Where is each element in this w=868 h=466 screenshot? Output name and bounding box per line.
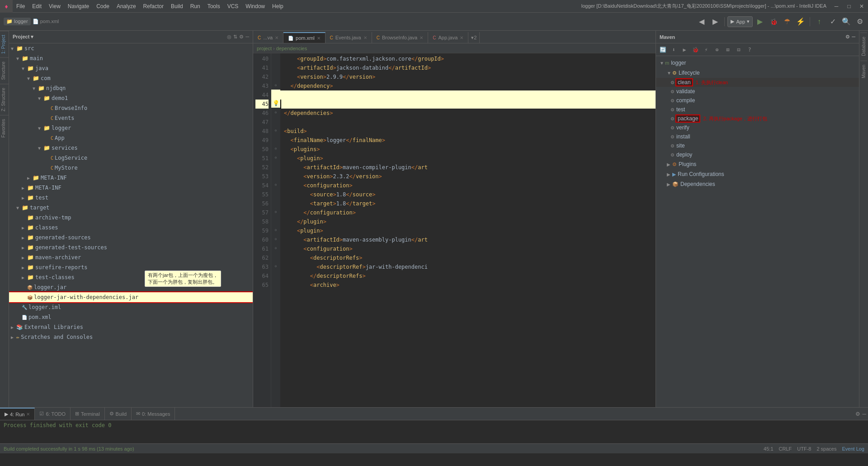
status-indent[interactable]: 2 spaces <box>816 446 836 452</box>
tree-generated-sources[interactable]: ▶📁generated-sources <box>9 233 253 243</box>
tree-scratches[interactable]: ▶✏️Scratches and Consoles <box>9 332 253 342</box>
menu-edit[interactable]: Edit <box>28 0 45 12</box>
hide-icon[interactable]: ─ <box>245 34 249 40</box>
tree-java[interactable]: ▼📁java <box>9 63 253 73</box>
run-hide-icon[interactable]: ─ <box>862 411 866 417</box>
menu-view[interactable]: View <box>45 0 64 12</box>
expand-icon[interactable]: ⇅ <box>233 34 237 40</box>
tree-maven-archiver[interactable]: ▶📁maven-archiver <box>9 252 253 262</box>
menu-run[interactable]: Run <box>187 0 204 12</box>
tree-mystore[interactable]: CMyStore <box>9 163 253 173</box>
maven-verify[interactable]: ⚙ verify <box>656 123 859 132</box>
menu-help[interactable]: Help <box>269 0 287 12</box>
maven-dependencies-group[interactable]: ▶ 📦 Dependencies <box>656 179 859 189</box>
status-position[interactable]: 45:1 <box>764 446 773 452</box>
maven-compile[interactable]: ⚙ compile <box>656 96 859 105</box>
fold-indicator[interactable]: ⊖ <box>275 83 277 87</box>
tab-more[interactable]: ▾2 <box>468 32 480 43</box>
run-config-dropdown[interactable]: ▶App▾ <box>727 16 753 27</box>
gear-icon[interactable]: ⚙ <box>239 34 244 40</box>
maven-logger-root[interactable]: ▼ m logger <box>656 58 859 68</box>
tree-logger-fat-jar[interactable]: 📦logger-jar-with-dependencies.jar <box>9 292 253 302</box>
vcs-update-btn[interactable]: ↑ <box>813 15 826 28</box>
fold-indicator-5[interactable]: ⊖ <box>275 156 277 160</box>
maximize-button[interactable]: □ <box>843 0 855 12</box>
vcs-commit-btn[interactable]: ✓ <box>826 15 839 28</box>
status-encoding[interactable]: UTF-8 <box>797 446 811 452</box>
tree-com[interactable]: ▼📁com <box>9 73 253 83</box>
fold-indicator-10[interactable]: ⊖ <box>275 246 277 250</box>
menu-window[interactable]: Window <box>242 0 269 12</box>
maven-test[interactable]: ⚙ test <box>656 105 859 114</box>
close-tab-browseinfo[interactable]: ✕ <box>420 35 423 40</box>
menu-vcs[interactable]: VCS <box>224 0 242 12</box>
maven-refresh-btn[interactable]: 🔄 <box>658 45 668 55</box>
tree-external-libs[interactable]: ▶📚External Libraries <box>9 322 253 332</box>
maven-show-diagram-btn[interactable]: ⊞ <box>723 45 733 55</box>
tree-app[interactable]: CApp <box>9 133 253 143</box>
maven-package[interactable]: ⚙ package 2. 再执行package，进行打包 <box>656 114 859 123</box>
settings-btn[interactable]: ⚙ <box>854 15 866 28</box>
tree-njdbqn[interactable]: ▼📁njdbqn <box>9 83 253 93</box>
fold-indicator-11[interactable]: ⊖ <box>275 264 277 268</box>
tab-pom-xml[interactable]: 📄 pom.xml ✕ <box>283 32 326 43</box>
zstructure-sidebar-tab[interactable]: Z: Structure <box>0 84 9 115</box>
maven-skip-tests-btn[interactable]: ⚡ <box>701 45 711 55</box>
run-tab-build[interactable]: ⚙ Build <box>105 408 132 420</box>
tree-events[interactable]: CEvents <box>9 113 253 123</box>
breadcrumb-project[interactable]: project <box>257 46 272 51</box>
status-line-sep[interactable]: CRLF <box>779 446 792 452</box>
search-everywhere-btn[interactable]: 🔍 <box>840 15 853 28</box>
fold-indicator-2[interactable]: ⊖ <box>275 110 277 114</box>
maven-download-btn[interactable]: ⬇ <box>669 45 679 55</box>
tab-app-java[interactable]: C App.java ✕ <box>428 32 468 43</box>
menu-build[interactable]: Build <box>167 0 187 12</box>
maven-plugins-group[interactable]: ▶ ⚙ Plugins <box>656 159 859 169</box>
fold-indicator-3[interactable]: ⊖ <box>275 128 277 133</box>
event-log-link[interactable]: Event Log <box>842 446 864 452</box>
maven-sidebar-tab-right[interactable]: Maven <box>860 61 867 82</box>
fold-indicator-4[interactable]: ⊖ <box>275 147 277 151</box>
tree-logger-iml[interactable]: 🔧logger.iml <box>9 302 253 312</box>
close-button[interactable]: ✕ <box>855 0 868 12</box>
structure-sidebar-tab[interactable]: Structure <box>0 57 9 84</box>
maven-clean[interactable]: ⚙ clean 1. 先执行clean <box>656 78 859 87</box>
tree-logger-folder[interactable]: ▼📁logger <box>9 123 253 133</box>
debug-button[interactable]: 🐞 <box>767 15 780 28</box>
tree-src[interactable]: ▼📁src <box>9 43 253 53</box>
menu-file[interactable]: File <box>13 0 28 12</box>
minimize-button[interactable]: ─ <box>830 0 843 12</box>
run-tab-terminal[interactable]: ⊞ Terminal <box>71 408 105 420</box>
close-tab-pom[interactable]: ✕ <box>317 36 321 41</box>
run-tab-todo[interactable]: ☑ 6: TODO <box>35 408 71 420</box>
menu-analyze[interactable]: Analyze <box>113 0 140 12</box>
run-button[interactable]: ▶ <box>754 15 766 28</box>
run-tab-run[interactable]: ▶ 4: Run ✕ <box>0 408 35 420</box>
close-tab-app[interactable]: ✕ <box>460 35 463 40</box>
maven-run-configs-group[interactable]: ▶ ▶ Run Configurations <box>656 169 859 179</box>
tab-browseinfo-java[interactable]: C BrowseInfo.java ✕ <box>372 32 429 43</box>
run-tab-messages[interactable]: ✉ 0: Messages <box>132 408 175 420</box>
tab-events-java[interactable]: C Events.java ✕ <box>326 32 372 43</box>
tree-classes[interactable]: ▶📁classes <box>9 223 253 233</box>
tree-logservice[interactable]: CLogService <box>9 153 253 163</box>
close-tab-events[interactable]: ✕ <box>363 35 367 40</box>
locate-icon[interactable]: ◎ <box>227 34 231 40</box>
tree-generated-test-sources[interactable]: ▶📁generated-test-sources <box>9 243 253 252</box>
menu-tools[interactable]: Tools <box>204 0 224 12</box>
maven-site[interactable]: ⚙ site <box>656 141 859 150</box>
maven-collapse-btn[interactable]: ⊟ <box>734 45 744 55</box>
toolbar-forward-btn[interactable]: ▶ <box>709 15 722 28</box>
maven-hide-icon[interactable]: ─ <box>852 34 855 40</box>
fold-indicator-9[interactable]: ⊖ <box>275 237 277 241</box>
close-run-tab[interactable]: ✕ <box>26 412 30 417</box>
tab-java-other[interactable]: C ...va ✕ <box>253 32 283 43</box>
maven-run-btn[interactable]: ▶ <box>679 45 689 55</box>
maven-run-debug-btn[interactable]: 🐞 <box>690 45 700 55</box>
project-sidebar-tab[interactable]: 1: Project <box>0 31 9 57</box>
tree-services[interactable]: ▼📁services <box>9 143 253 153</box>
fold-indicator-8[interactable]: ⊖ <box>275 228 277 232</box>
tree-archive-tmp[interactable]: 📁archive-tmp <box>9 213 253 223</box>
tree-target[interactable]: ▼📁target <box>9 203 253 213</box>
breadcrumb-dependencies[interactable]: dependencies <box>276 46 307 51</box>
